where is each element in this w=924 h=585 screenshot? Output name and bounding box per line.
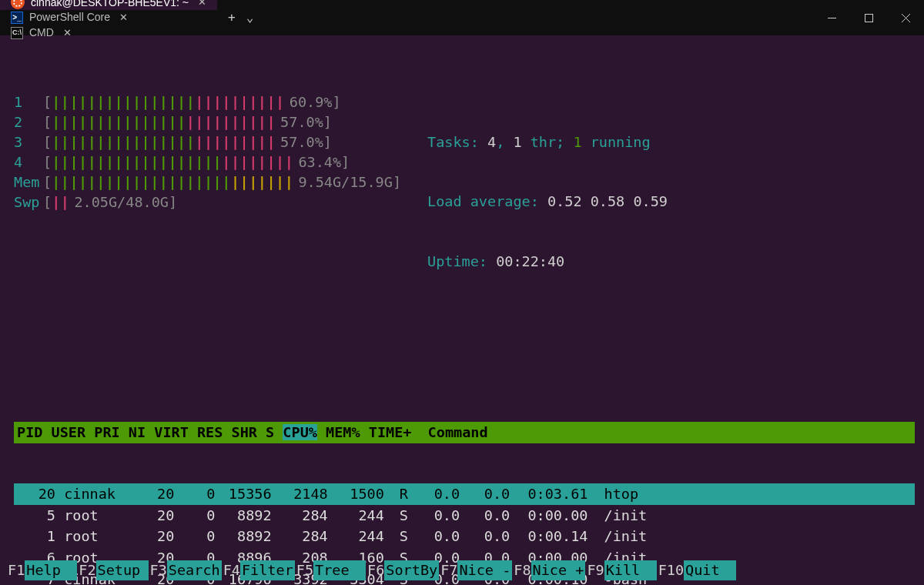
fkey[interactable]: F6SortBy xyxy=(366,560,439,580)
cpu-meter: 4[||||||||||||||||||||||||||| 63.4%] xyxy=(14,152,401,172)
tab-actions: + ⌄ xyxy=(217,9,264,26)
window-controls xyxy=(813,0,924,35)
swap-meter: Swp[|| 2.05G/48.0G] xyxy=(14,192,401,212)
tab-label: PowerShell Core xyxy=(29,10,110,25)
fkey[interactable]: F7Nice - xyxy=(439,560,512,580)
fkey[interactable]: F8Nice + xyxy=(512,560,585,580)
table-row[interactable]: 1 root 20 0 8892 284 244 S 0.0 0.0 0:00.… xyxy=(14,526,924,547)
tab-label: CMD xyxy=(29,25,54,41)
fkey[interactable]: F1Help xyxy=(6,560,77,580)
meters: 1[|||||||||||||||||||||||||| 60.9%]2[|||… xyxy=(14,92,401,212)
fkey[interactable]: F10Quit xyxy=(657,560,736,580)
table-row[interactable]: 5 root 20 0 8892 284 244 S 0.0 0.0 0:00.… xyxy=(14,505,924,526)
close-icon[interactable]: ✕ xyxy=(198,0,206,10)
ubuntu-icon xyxy=(11,0,25,9)
mem-meter: Mem[|||||||||||||||||||||||||||9.54G/15.… xyxy=(14,172,401,192)
svg-rect-1 xyxy=(865,14,872,22)
new-tab-button[interactable]: + xyxy=(228,9,236,26)
load-label: Load average: xyxy=(427,193,547,209)
close-icon[interactable]: ✕ xyxy=(119,11,128,25)
cpu-meter: 1[|||||||||||||||||||||||||| 60.9%] xyxy=(14,92,401,112)
close-icon[interactable]: ✕ xyxy=(63,26,72,40)
fkey[interactable]: F3Search xyxy=(149,560,222,580)
powershell-icon: >_ xyxy=(11,12,23,24)
tabs-host: cinnak@DESKTOP-BHE5EV1: ~✕>_PowerShell C… xyxy=(0,0,217,40)
tasks-label: Tasks: xyxy=(427,134,487,150)
minimize-button[interactable] xyxy=(813,0,850,35)
uptime-label: Uptime: xyxy=(427,253,496,269)
fkey[interactable]: F9Kill xyxy=(585,560,656,580)
process-header[interactable]: PID USER PRI NI VIRT RES SHR S CPU% MEM%… xyxy=(14,422,915,443)
fkey[interactable]: F4Filter xyxy=(222,560,295,580)
tab-dropdown-button[interactable]: ⌄ xyxy=(246,9,254,26)
fkey[interactable]: F5Tree xyxy=(295,560,366,580)
terminal: 1[|||||||||||||||||||||||||| 60.9%]2[|||… xyxy=(0,35,924,585)
tab-label: cinnak@DESKTOP-BHE5EV1: ~ xyxy=(31,0,189,10)
tab[interactable]: cinnak@DESKTOP-BHE5EV1: ~✕ xyxy=(0,0,217,10)
footer: F1Help F2Setup F3SearchF4FilterF5Tree F6… xyxy=(0,560,924,580)
cpu-meter: 2[||||||||||||||||||||||||| 57.0%] xyxy=(14,112,401,132)
table-row[interactable]: 20 cinnak 20 0 15356 2148 1500 R 0.0 0.0… xyxy=(14,483,915,505)
cmd-icon: C:\ xyxy=(11,27,23,39)
status-side: Tasks: 4, 1 thr; 1 running Load average:… xyxy=(427,92,668,312)
tab[interactable]: >_PowerShell Core✕ xyxy=(0,10,217,25)
tab[interactable]: C:\CMD✕ xyxy=(0,25,217,41)
close-button[interactable] xyxy=(887,0,924,35)
cpu-meter: 3[||||||||||||||||||||||||| 57.0%] xyxy=(14,132,401,152)
titlebar: cinnak@DESKTOP-BHE5EV1: ~✕>_PowerShell C… xyxy=(0,0,924,35)
maximize-button[interactable] xyxy=(850,0,887,35)
process-table: PID USER PRI NI VIRT RES SHR S CPU% MEM%… xyxy=(14,382,924,585)
fkey[interactable]: F2Setup xyxy=(77,560,148,580)
